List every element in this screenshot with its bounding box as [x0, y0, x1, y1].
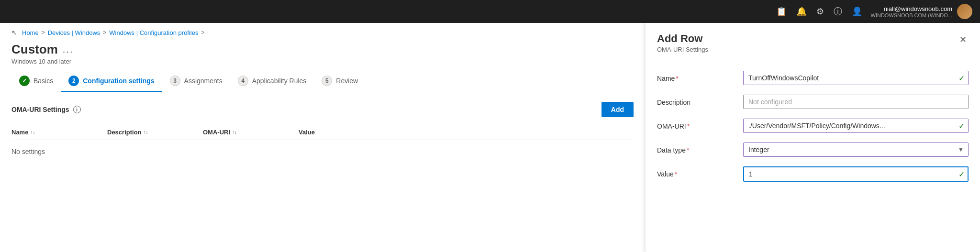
- form-section: Name* ✓ Description OMA-URI*: [646, 61, 980, 201]
- oma-uri-field-row: OMA-URI* ✓: [657, 119, 969, 133]
- tab-label-review: Review: [336, 77, 358, 85]
- tab-configuration[interactable]: 2 Configuration settings: [61, 71, 162, 92]
- data-type-select[interactable]: Integer String Boolean Float Date Time B…: [743, 142, 969, 157]
- help-icon[interactable]: ⓘ: [834, 6, 842, 17]
- oma-section: OMA-URI Settings i Add Name ↑↓ Descripti…: [0, 92, 645, 252]
- tab-badge-assignments: 3: [170, 76, 180, 86]
- col-description-label: Description: [107, 129, 142, 136]
- name-check-icon: ✓: [958, 74, 965, 83]
- bell-icon[interactable]: 🔔: [796, 6, 807, 17]
- oma-uri-required-star: *: [687, 122, 690, 130]
- breadcrumb-sep-3: >: [201, 29, 204, 36]
- left-content: ↖ Home > Devices | Windows > Windows | C…: [0, 23, 645, 252]
- no-settings-message: No settings: [11, 140, 634, 163]
- col-description-sort-icon[interactable]: ↑↓: [144, 130, 148, 135]
- tabs-bar: ✓ Basics 2 Configuration settings 3 Assi…: [0, 71, 645, 92]
- oma-uri-check-icon: ✓: [958, 121, 965, 131]
- name-required-star: *: [676, 75, 678, 82]
- tab-applicability[interactable]: 4 Applicability Rules: [230, 71, 314, 92]
- breadcrumb: ↖ Home > Devices | Windows > Windows | C…: [0, 23, 645, 39]
- tab-assignments[interactable]: 3 Assignments: [162, 71, 230, 92]
- tab-label-applicability: Applicability Rules: [252, 77, 307, 85]
- tab-badge-basics: ✓: [19, 76, 30, 86]
- col-header-value: Value: [299, 129, 634, 136]
- page-header: Custom ... Windows 10 and later: [0, 39, 645, 71]
- col-oma-uri-label: OMA-URI: [203, 129, 230, 136]
- panel-header: Add Row OMA-URI Settings ✕: [646, 23, 980, 61]
- info-icon[interactable]: i: [73, 106, 81, 113]
- value-field-row: Value* ✓: [657, 166, 969, 182]
- cursor-indicator: ↖: [11, 29, 17, 36]
- breadcrumb-sep-1: >: [42, 29, 45, 36]
- value-input[interactable]: [743, 166, 969, 182]
- data-type-select-wrapper: Integer String Boolean Float Date Time B…: [743, 142, 969, 157]
- value-required-star: *: [675, 170, 677, 178]
- col-name-label: Name: [11, 129, 28, 136]
- add-button[interactable]: Add: [601, 102, 634, 117]
- oma-uri-input[interactable]: [743, 119, 969, 133]
- gear-icon[interactable]: ⚙: [816, 6, 824, 17]
- value-check-icon: ✓: [958, 170, 965, 179]
- description-label: Description: [657, 95, 734, 106]
- add-row-panel: Add Row OMA-URI Settings ✕ Name* ✓ Descr…: [645, 23, 980, 252]
- main-layout: ↖ Home > Devices | Windows > Windows | C…: [0, 23, 980, 252]
- tab-review[interactable]: 5 Review: [314, 71, 366, 92]
- data-type-label: Data type*: [657, 142, 734, 154]
- tab-label-basics: Basics: [33, 77, 53, 85]
- col-header-oma-uri: OMA-URI ↑↓: [203, 129, 299, 136]
- tab-basics[interactable]: ✓ Basics: [11, 71, 61, 92]
- tab-label-assignments: Assignments: [184, 77, 223, 85]
- data-type-field-row: Data type* Integer String Boolean Float …: [657, 142, 969, 157]
- panel-title-area: Add Row OMA-URI Settings: [657, 33, 708, 53]
- col-value-label: Value: [299, 129, 315, 136]
- user-email: niall@windowsnoob.com: [871, 5, 952, 12]
- oma-header: OMA-URI Settings i Add: [11, 102, 634, 117]
- table-header: Name ↑↓ Description ↑↓ OMA-URI ↑↓ Value: [11, 125, 634, 140]
- breadcrumb-home[interactable]: Home: [22, 29, 39, 36]
- value-label: Value*: [657, 166, 734, 178]
- user-info-section: niall@windowsnoob.com WINDOWSNOOB.COM (W…: [871, 4, 972, 19]
- more-options-button[interactable]: ...: [63, 44, 74, 55]
- oma-title-text: OMA-URI Settings: [11, 106, 69, 113]
- person-icon[interactable]: 👤: [852, 6, 862, 17]
- name-input[interactable]: [743, 71, 969, 85]
- col-name-sort-icon[interactable]: ↑↓: [30, 130, 35, 135]
- description-field-row: Description: [657, 95, 969, 109]
- breadcrumb-devices[interactable]: Devices | Windows: [48, 29, 100, 36]
- col-oma-uri-sort-icon[interactable]: ↑↓: [232, 130, 237, 135]
- oma-uri-label: OMA-URI*: [657, 119, 734, 130]
- tab-badge-configuration: 2: [68, 76, 79, 86]
- avatar[interactable]: [957, 4, 972, 19]
- panel-title: Add Row: [657, 33, 708, 45]
- oma-uri-field-wrapper: ✓: [743, 119, 969, 133]
- value-field-wrapper: ✓: [743, 166, 969, 182]
- tab-label-configuration: Configuration settings: [83, 77, 154, 85]
- clipboard-icon[interactable]: 📋: [776, 6, 787, 17]
- user-details: niall@windowsnoob.com WINDOWSNOOB.COM (W…: [871, 5, 952, 18]
- page-title: Custom: [11, 42, 58, 57]
- tab-badge-review: 5: [322, 76, 332, 86]
- col-header-description: Description ↑↓: [107, 129, 203, 136]
- name-field-row: Name* ✓: [657, 71, 969, 85]
- name-label: Name*: [657, 71, 734, 82]
- data-type-required-star: *: [687, 146, 689, 154]
- title-row: Custom ...: [11, 42, 634, 57]
- breadcrumb-sep-2: >: [103, 29, 106, 36]
- description-input[interactable]: [743, 95, 969, 109]
- breadcrumb-profiles[interactable]: Windows | Configuration profiles: [109, 29, 198, 36]
- nav-icons: 📋 🔔 ⚙ ⓘ 👤: [776, 6, 862, 17]
- user-tenant: WINDOWSNOOB.COM (WINDO...: [871, 12, 952, 18]
- col-header-name: Name ↑↓: [11, 129, 107, 136]
- description-field-wrapper: [743, 95, 969, 109]
- page-subtitle: Windows 10 and later: [11, 58, 634, 65]
- close-panel-button[interactable]: ✕: [958, 33, 969, 47]
- top-navbar: 📋 🔔 ⚙ ⓘ 👤 niall@windowsnoob.com WINDOWSN…: [0, 0, 980, 23]
- name-field-wrapper: ✓: [743, 71, 969, 85]
- tab-badge-applicability: 4: [238, 76, 248, 86]
- oma-title-area: OMA-URI Settings i: [11, 106, 81, 113]
- panel-subtitle: OMA-URI Settings: [657, 46, 708, 53]
